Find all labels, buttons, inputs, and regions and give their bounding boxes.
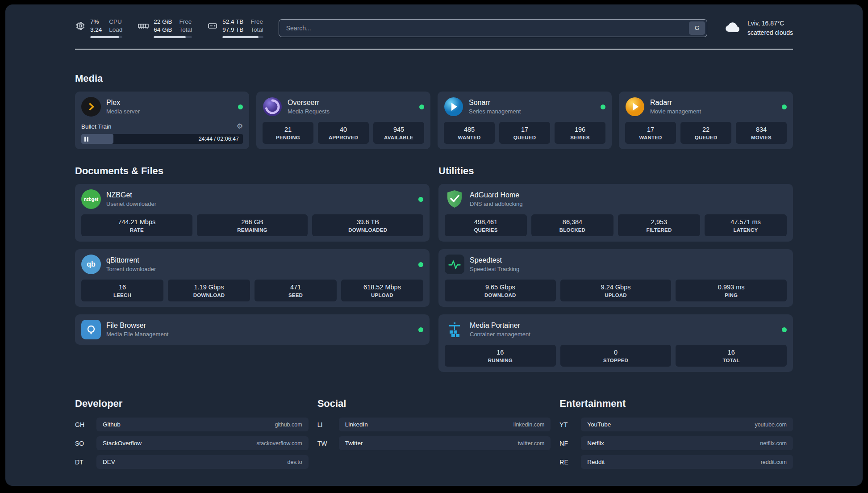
stat-tile: 39.6 TB DOWNLOADED	[312, 214, 423, 236]
stat-label: UPLOAD	[562, 292, 670, 298]
service-card-filebrowser[interactable]: File Browser Media File Management	[75, 314, 430, 345]
service-card-nzbget[interactable]: nzbget NZBGet Usenet downloader 744.21 M…	[75, 184, 430, 242]
service-desc: Torrent downloader	[106, 266, 156, 272]
service-card-portainer[interactable]: Media Portainer Container management 16 …	[438, 314, 793, 372]
gear-icon[interactable]: ⚙	[237, 123, 243, 130]
memory-free-value: 22 GiB	[154, 18, 172, 26]
bookmark-row: LI LinkedIn linkedin.com	[317, 418, 551, 431]
weather-widget: Lviv, 16.87°C scattered clouds	[723, 19, 793, 37]
stat-value: 9.24 Gbps	[562, 284, 670, 291]
stat-label: QUEUED	[501, 135, 548, 140]
portainer-icon	[445, 320, 464, 339]
service-name: Radarr	[650, 99, 701, 107]
stat-label: STOPPED	[562, 358, 670, 363]
stat-value: 1.19 Gbps	[170, 284, 248, 291]
service-card-adguard[interactable]: AdGuard Home DNS and adblocking 498,461 …	[438, 184, 793, 242]
service-card-overseerr[interactable]: Overseerr Media Requests 21 PENDING 40 A…	[256, 92, 430, 149]
stat-value: 86,384	[533, 218, 612, 226]
bookmark-link-github[interactable]: Github github.com	[96, 418, 309, 431]
radarr-icon	[625, 97, 645, 117]
memory-label-top: Free	[179, 18, 192, 26]
stat-label: AVAILABLE	[375, 135, 422, 140]
service-name: Plex	[106, 99, 140, 107]
search-bar: G	[279, 19, 707, 37]
disk-free-value: 52.4 TB	[222, 18, 243, 26]
bookmark-link-reddit[interactable]: Reddit reddit.com	[581, 455, 793, 469]
stat-tile: 834 MOVIES	[736, 122, 787, 144]
stat-tile: 16 RUNNING	[445, 345, 556, 367]
bookmark-abbr: RE	[559, 459, 581, 466]
stat-label: MOVIES	[738, 135, 785, 140]
playback-time: 24:44 / 02:06:47	[199, 136, 239, 142]
filebrowser-icon	[81, 320, 101, 339]
stat-tile: 196 SERIES	[555, 122, 605, 144]
stat-tile: 0 STOPPED	[560, 345, 672, 367]
bookmark-link-dev[interactable]: DEV dev.to	[96, 455, 309, 469]
stat-label: LEECH	[83, 292, 162, 298]
section-title-utilities: Utilities	[438, 165, 793, 177]
stat-label: RUNNING	[447, 358, 554, 363]
service-desc: Usenet downloader	[106, 201, 156, 207]
memory-widget: 22 GiB 64 GiB Free Total	[138, 18, 192, 38]
search-input[interactable]	[279, 19, 707, 37]
cpu-progress	[90, 36, 122, 38]
bookmark-group-developer: Developer GH Github github.com SO StackO…	[75, 398, 309, 474]
stat-label: PING	[677, 292, 785, 298]
service-desc: Media Requests	[288, 108, 330, 115]
stat-tile: 17 WANTED	[625, 122, 676, 144]
bookmark-link-stackoverflow[interactable]: StackOverflow stackoverflow.com	[96, 436, 309, 450]
stat-label: DOWNLOAD	[447, 292, 554, 298]
bookmark-link-netflix[interactable]: Netflix netflix.com	[581, 436, 793, 450]
stat-value: 22	[682, 126, 730, 133]
stat-label: SEED	[256, 292, 335, 298]
service-card-radarr[interactable]: Radarr Movie management 17 WANTED 22 QUE…	[619, 92, 793, 149]
status-dot	[418, 327, 423, 332]
bookmark-group-social: Social LI LinkedIn linkedin.com TW Twitt…	[317, 398, 551, 474]
section-title-entertainment: Entertainment	[559, 398, 793, 409]
stat-label: DOWNLOAD	[170, 292, 248, 298]
stat-label: WANTED	[627, 135, 674, 140]
service-card-speedtest[interactable]: Speedtest Speedtest Tracking 9.65 Gbps D…	[438, 249, 793, 307]
stat-value: 945	[375, 126, 422, 133]
stat-label: BLOCKED	[533, 227, 612, 233]
playback-progress[interactable]: 24:44 / 02:06:47	[81, 134, 243, 144]
overseerr-icon	[263, 97, 282, 117]
cpu-widget: 7% 3.24 CPU Load	[75, 18, 122, 38]
bookmark-link-youtube[interactable]: YouTube youtube.com	[581, 418, 793, 431]
bookmark-row: RE Reddit reddit.com	[559, 455, 793, 469]
memory-total-value: 64 GiB	[154, 26, 172, 34]
bookmark-row: NF Netflix netflix.com	[559, 436, 793, 450]
disk-progress	[222, 36, 263, 38]
stat-tile: 47.571 ms LATENCY	[705, 214, 787, 236]
disk-total-value: 97.9 TB	[222, 26, 243, 34]
stat-tile: 471 SEED	[255, 280, 337, 301]
stat-value: 0.993 ms	[677, 284, 785, 291]
service-desc: DNS and adblocking	[470, 201, 523, 207]
stat-value: 40	[320, 126, 367, 133]
service-card-qbittorrent[interactable]: qb qBittorrent Torrent downloader 16 LEE…	[75, 249, 430, 307]
section-title-social: Social	[317, 398, 551, 409]
bookmark-abbr: LI	[317, 421, 339, 428]
search-provider-button[interactable]: G	[689, 21, 705, 35]
service-card-plex[interactable]: Plex Media server Bullet Train ⚙	[75, 92, 249, 149]
stat-label: APPROVED	[320, 135, 367, 140]
stat-value: 498,461	[447, 218, 525, 226]
stat-tile: 9.24 Gbps UPLOAD	[560, 280, 672, 301]
stat-value: 9.65 Gbps	[447, 284, 554, 291]
service-card-sonarr[interactable]: Sonarr Series management 485 WANTED 17 Q…	[438, 92, 612, 149]
cpu-label-top: CPU	[109, 18, 122, 26]
status-dot	[782, 327, 787, 332]
section-title-documents: Documents & Files	[75, 165, 430, 177]
bookmark-link-twitter[interactable]: Twitter twitter.com	[339, 436, 551, 450]
stat-value: 16	[83, 284, 162, 291]
status-dot	[418, 262, 423, 267]
service-name: Media Portainer	[470, 322, 530, 330]
stat-tile: 1.19 Gbps DOWNLOAD	[168, 280, 250, 301]
adguard-icon	[445, 189, 464, 209]
pause-icon[interactable]	[84, 137, 88, 142]
stat-tile: 744.21 Mbps RATE	[81, 214, 192, 236]
section-title-media: Media	[75, 73, 793, 84]
bookmark-link-linkedin[interactable]: LinkedIn linkedin.com	[339, 418, 551, 431]
stat-tile: 618.52 Mbps UPLOAD	[341, 280, 423, 301]
service-name: Overseerr	[288, 99, 330, 107]
